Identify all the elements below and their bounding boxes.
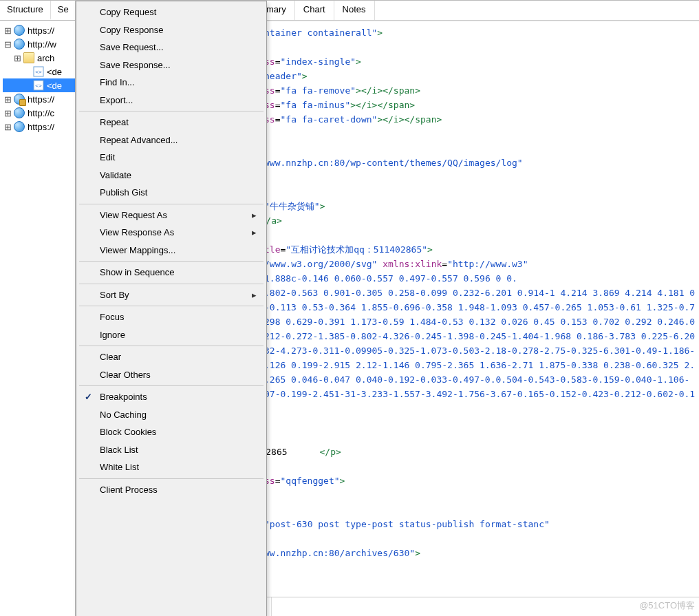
menu-separator — [79, 261, 264, 262]
menu-publish-gist[interactable]: Publish Gist — [78, 184, 265, 202]
menu-no-caching[interactable]: No Caching — [78, 406, 265, 424]
tree-row[interactable]: ⊟http://w — [3, 37, 75, 51]
menu-label: Clear — [100, 352, 121, 362]
menu-ignore[interactable]: Ignore — [78, 326, 265, 344]
menu-label: Viewer Mappings... — [100, 245, 175, 255]
menu-label: Breakpoints — [100, 392, 147, 402]
tree-label: arch — [36, 53, 55, 63]
tree-label: https:// — [27, 25, 55, 36]
globe-lock-icon — [14, 94, 25, 105]
xml-icon: <> — [33, 80, 44, 91]
menu-label: View Response As — [100, 227, 174, 237]
menu-repeat[interactable]: Repeat — [78, 114, 265, 131]
tab-label: Notes — [343, 4, 366, 14]
watermark-text: @51CTO博客 — [639, 600, 695, 610]
menu-block-cookies[interactable]: Block Cookies — [78, 423, 265, 441]
menu-viewer-mappings[interactable]: Viewer Mappings... — [78, 242, 265, 259]
menu-clear-others[interactable]: Clear Others — [78, 366, 265, 384]
collapse-icon[interactable]: ⊟ — [4, 41, 12, 48]
context-menu: Copy Request Copy Response Save Request.… — [76, 1, 267, 616]
menu-focus[interactable]: Focus — [78, 308, 265, 326]
tree-label: <de — [46, 81, 63, 91]
menu-export[interactable]: Export... — [78, 92, 265, 109]
structure-panel: Structure Se ⊞https:// ⊟http://w ⊞arch ·… — [0, 1, 76, 616]
tab-notes[interactable]: Notes — [334, 1, 375, 20]
globe-icon — [14, 107, 25, 118]
submenu-arrow-icon: ▸ — [252, 210, 257, 220]
tab-sequence[interactable]: Se — [51, 1, 76, 20]
menu-repeat-advanced[interactable]: Repeat Advanced... — [78, 131, 265, 149]
expand-icon[interactable]: ⊞ — [14, 54, 21, 62]
expand-icon[interactable]: ⊞ — [4, 109, 12, 117]
tab-label: Chart — [303, 4, 325, 14]
menu-white-list[interactable]: White List — [78, 458, 265, 476]
menu-separator — [79, 346, 264, 346]
menu-separator — [79, 478, 264, 479]
menu-label: Save Request... — [100, 42, 164, 52]
tab-chart[interactable]: Chart — [295, 1, 334, 20]
menu-label: Client Process — [100, 485, 158, 495]
menu-validate[interactable]: Validate — [78, 167, 265, 184]
submenu-arrow-icon: ▸ — [252, 290, 257, 300]
menu-label: Clear Others — [100, 370, 151, 380]
menu-separator — [79, 111, 264, 111]
xml-icon: <> — [33, 66, 44, 77]
svg-text:<>: <> — [35, 83, 42, 89]
menu-view-response-as[interactable]: View Response As▸ — [78, 224, 265, 242]
globe-icon — [14, 39, 25, 50]
menu-black-list[interactable]: Black List — [78, 441, 265, 459]
menu-copy-response[interactable]: Copy Response — [78, 21, 265, 39]
menu-view-request-as[interactable]: View Request As▸ — [78, 206, 265, 224]
menu-find-in[interactable]: Find In... — [78, 74, 265, 92]
menu-save-response[interactable]: Save Response... — [78, 56, 265, 74]
tree-label: <de — [46, 67, 63, 77]
expand-icon[interactable]: ⊞ — [4, 96, 12, 103]
menu-label: Validate — [100, 170, 131, 180]
menu-label: Edit — [100, 152, 115, 162]
menu-separator — [79, 385, 264, 386]
menu-client-process[interactable]: Client Process — [78, 481, 265, 499]
menu-separator — [79, 306, 264, 306]
tab-structure[interactable]: Structure — [0, 1, 51, 20]
globe-icon — [14, 121, 25, 132]
menu-label: Export... — [100, 95, 133, 105]
tree-label: http://w — [27, 39, 57, 50]
menu-save-request[interactable]: Save Request... — [78, 39, 265, 56]
menu-label: Find In... — [100, 77, 135, 87]
tree-row[interactable]: ·<><de — [3, 65, 75, 78]
menu-breakpoints[interactable]: Breakpoints — [78, 388, 265, 406]
menu-copy-request[interactable]: Copy Request — [78, 3, 265, 21]
watermark: @51CTO博客 — [639, 599, 695, 612]
globe-icon — [14, 25, 25, 36]
expand-icon[interactable]: ⊞ — [4, 27, 12, 34]
tree-label: http://c — [27, 108, 55, 118]
tab-sequence-label: Se — [58, 4, 69, 14]
menu-label: Focus — [100, 312, 124, 322]
tree-row[interactable]: ⊞https:// — [3, 120, 75, 134]
menu-label: Show in Sequence — [100, 267, 174, 277]
menu-separator — [79, 284, 264, 284]
menu-clear[interactable]: Clear — [78, 348, 265, 366]
left-tabs: Structure Se — [0, 1, 75, 21]
menu-edit[interactable]: Edit — [78, 149, 265, 167]
folder-icon — [23, 52, 34, 63]
tree-row-selected[interactable]: ·<><de — [3, 78, 75, 92]
menu-label: No Caching — [100, 410, 147, 420]
menu-separator — [79, 204, 264, 204]
menu-show-in-sequence[interactable]: Show in Sequence — [78, 264, 265, 282]
menu-sort-by[interactable]: Sort By▸ — [78, 286, 265, 304]
structure-tree[interactable]: ⊞https:// ⊟http://w ⊞arch ·<><de ·<><de … — [0, 21, 75, 134]
menu-label: Ignore — [100, 330, 125, 340]
menu-label: Save Response... — [100, 60, 171, 70]
expand-icon[interactable]: ⊞ — [4, 123, 12, 131]
tree-row[interactable]: ⊞https:// — [3, 23, 75, 37]
menu-label: Sort By — [100, 290, 129, 300]
tree-row[interactable]: ⊞arch — [3, 51, 75, 65]
menu-label: Repeat — [100, 117, 129, 127]
tree-row[interactable]: ⊞http://c — [3, 106, 75, 120]
menu-label: Black List — [100, 445, 138, 455]
tree-label: https:// — [27, 94, 55, 105]
tree-row[interactable]: ⊞https:// — [3, 92, 75, 106]
tab-structure-label: Structure — [7, 4, 43, 14]
tree-label: https:// — [27, 122, 55, 132]
